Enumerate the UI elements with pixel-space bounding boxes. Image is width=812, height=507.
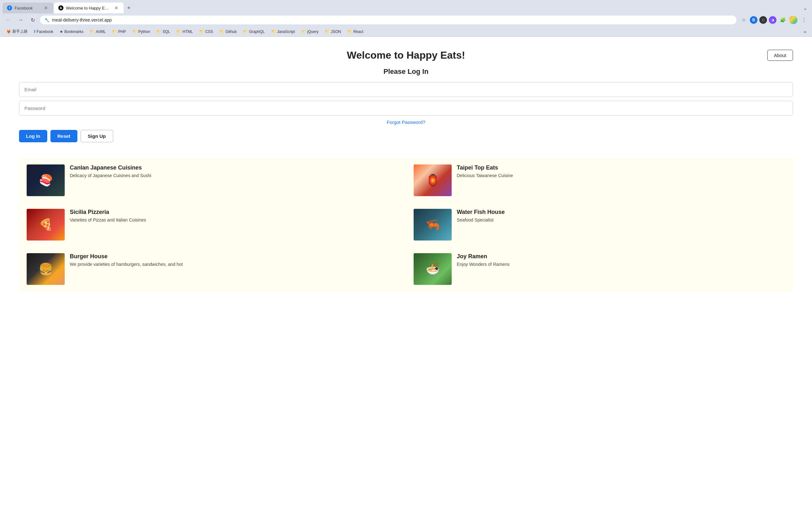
facebook-tab-close[interactable]: ✕ bbox=[43, 5, 49, 11]
folder-icon-python: 📁 bbox=[132, 30, 137, 34]
about-button[interactable]: About bbox=[767, 50, 793, 61]
firefox-icon: 🦊 bbox=[6, 30, 11, 34]
restaurant-card-taipei[interactable]: 🏮 Taipei Top Eats Delicious Taiwanese Cu… bbox=[406, 158, 793, 203]
folder-icon-json: 📁 bbox=[325, 30, 329, 34]
bookmark-jquery[interactable]: 📁 jQuery bbox=[299, 29, 321, 35]
bookmark-python[interactable]: 📁 Python bbox=[130, 29, 153, 35]
signup-button[interactable]: Sign Up bbox=[81, 130, 113, 142]
forgot-password-link[interactable]: Forgot Password? bbox=[19, 119, 793, 125]
restaurant-info-taipei: Taipei Top Eats Delicious Taiwanese Cuis… bbox=[457, 164, 785, 178]
happyeats-tab-favicon: A bbox=[58, 5, 63, 10]
new-tab-button[interactable]: + bbox=[124, 3, 133, 12]
restaurant-image-waterfish: 🦐 bbox=[414, 209, 452, 240]
bookmark-bookmarks[interactable]: ★ Bookmarks bbox=[57, 29, 86, 35]
facebook-tab-title: Facebook bbox=[14, 6, 41, 10]
restaurant-emoji-joyramen: 🍜 bbox=[414, 253, 452, 285]
browser-chrome: f Facebook ✕ A Welcome to Happy Eats! ✕ … bbox=[0, 0, 812, 37]
bookmark-github[interactable]: 📁 Github bbox=[217, 29, 239, 35]
restaurant-desc-taipei: Delicious Taiwanese Cuisine bbox=[457, 173, 785, 178]
restaurant-info-burger: Burger House We provide varieties of ham… bbox=[70, 253, 398, 267]
bookmark-label-css: CSS bbox=[205, 30, 213, 34]
restaurant-card-burger[interactable]: 🍔 Burger House We provide varieties of h… bbox=[19, 247, 406, 291]
restaurant-info-joyramen: Joy Ramen Enjoy Wonders of Ramens bbox=[457, 253, 785, 267]
restaurant-emoji-burger: 🍔 bbox=[27, 253, 65, 285]
more-bookmarks-button[interactable]: » bbox=[802, 28, 808, 35]
restaurant-image-burger: 🍔 bbox=[27, 253, 65, 285]
bookmark-label-bookmarks: Bookmarks bbox=[64, 30, 84, 34]
tab-happyeats[interactable]: A Welcome to Happy Eats! ✕ bbox=[54, 3, 124, 13]
page-title: Welcome to Happy Eats! bbox=[347, 49, 465, 61]
bookmark-label-graphql: GraphQL bbox=[249, 30, 264, 34]
email-input[interactable] bbox=[19, 82, 793, 97]
tab-expand-button[interactable]: ⌄ bbox=[801, 3, 809, 12]
bookmark-sql[interactable]: 📁 SQL bbox=[154, 29, 172, 35]
restaurant-card-canlan[interactable]: 🍣 Canlan Japanese Cuisines Delicacy of J… bbox=[19, 158, 406, 203]
folder-icon-sql: 📁 bbox=[156, 30, 161, 34]
bookmark-graphql[interactable]: 📁 GraphQL bbox=[241, 29, 267, 35]
reset-button[interactable]: Reset bbox=[50, 130, 78, 142]
bookmark-label-github: Github bbox=[225, 30, 237, 34]
bookmark-label-python: Python bbox=[138, 30, 150, 34]
forward-button[interactable]: → bbox=[16, 15, 26, 25]
site-info-icon[interactable]: 🔧 bbox=[44, 18, 49, 22]
bookmark-react[interactable]: 📁 React bbox=[345, 29, 366, 35]
login-subtitle: Please Log In bbox=[19, 67, 793, 76]
restaurant-name-waterfish: Water Fish House bbox=[457, 209, 785, 216]
restaurant-emoji-waterfish: 🦐 bbox=[414, 209, 452, 240]
restaurant-desc-sicilia: Varieties of Pizzas and Italian Cuisines bbox=[70, 217, 398, 222]
restaurant-image-joyramen: 🍜 bbox=[414, 253, 452, 285]
restaurants-grid: 🍣 Canlan Japanese Cuisines Delicacy of J… bbox=[19, 158, 793, 291]
bookmark-php[interactable]: 📁 PHP bbox=[109, 29, 129, 35]
extension-icon-3[interactable]: ◑ bbox=[769, 16, 776, 24]
password-input[interactable] bbox=[19, 101, 793, 116]
bookmark-label-json: JSON bbox=[331, 30, 341, 34]
restaurant-image-sicilia: 🍕 bbox=[27, 209, 65, 240]
bookmarks-bar: 🦊 新手上路 f Facebook ★ Bookmarks 📁 AI/ML 📁 … bbox=[0, 26, 812, 37]
bookmark-label-jquery: jQuery bbox=[307, 30, 318, 34]
reload-button[interactable]: ↻ bbox=[28, 15, 38, 25]
restaurant-info-waterfish: Water Fish House Seafood Specialist bbox=[457, 209, 785, 222]
extension-icon-1[interactable]: B bbox=[750, 16, 757, 24]
restaurant-card-sicilia[interactable]: 🍕 Sicilia Pizzeria Varieties of Pizzas a… bbox=[19, 203, 406, 247]
facebook-icon: f bbox=[34, 29, 35, 34]
browser-icons: ☆ B ⬡ ◑ 🧩 ⋮ bbox=[739, 15, 808, 24]
bookmark-newtab[interactable]: 🦊 新手上路 bbox=[4, 28, 30, 35]
extensions-puzzle-icon[interactable]: 🧩 bbox=[778, 15, 787, 24]
folder-icon-html: 📁 bbox=[176, 30, 181, 34]
folder-icon-css: 📁 bbox=[199, 30, 204, 34]
restaurant-info-sicilia: Sicilia Pizzeria Varieties of Pizzas and… bbox=[70, 209, 398, 222]
folder-icon-github: 📁 bbox=[219, 30, 224, 34]
bookmark-html[interactable]: 📁 HTML bbox=[174, 29, 195, 35]
login-button[interactable]: Log In bbox=[19, 130, 47, 142]
bookmark-json[interactable]: 📁 JSON bbox=[322, 29, 344, 35]
bookmark-css[interactable]: 📁 CSS bbox=[197, 29, 216, 35]
restaurant-desc-waterfish: Seafood Specialist bbox=[457, 217, 785, 222]
omnibar: ← → ↻ 🔧 meal-delivery-three.vercel.app ☆… bbox=[0, 13, 812, 26]
bookmark-label-javascript: JavaScript bbox=[277, 30, 295, 34]
restaurant-image-taipei: 🏮 bbox=[414, 164, 452, 196]
restaurant-info-canlan: Canlan Japanese Cuisines Delicacy of Jap… bbox=[70, 164, 398, 178]
folder-icon-react: 📁 bbox=[347, 30, 352, 34]
profile-avatar-icon[interactable] bbox=[789, 16, 798, 24]
bookmark-star-icon[interactable]: ☆ bbox=[739, 15, 748, 24]
folder-icon-graphql: 📁 bbox=[243, 30, 248, 34]
bookmark-label-html: HTML bbox=[183, 30, 193, 34]
bookmark-label-newtab: 新手上路 bbox=[12, 29, 28, 34]
bookmark-javascript[interactable]: 📁 JavaScript bbox=[269, 29, 298, 35]
restaurant-emoji-taipei: 🏮 bbox=[414, 164, 452, 196]
bookmark-facebook[interactable]: f Facebook bbox=[32, 28, 56, 35]
restaurant-card-joyramen[interactable]: 🍜 Joy Ramen Enjoy Wonders of Ramens bbox=[406, 247, 793, 291]
extension-icon-2[interactable]: ⬡ bbox=[759, 16, 767, 24]
address-bar[interactable]: 🔧 meal-delivery-three.vercel.app bbox=[40, 15, 737, 24]
back-button[interactable]: ← bbox=[4, 15, 13, 25]
bookmark-label-facebook: Facebook bbox=[37, 30, 53, 34]
happyeats-tab-close[interactable]: ✕ bbox=[113, 5, 119, 11]
restaurant-card-waterfish[interactable]: 🦐 Water Fish House Seafood Specialist bbox=[406, 203, 793, 247]
folder-icon-php: 📁 bbox=[112, 30, 117, 34]
bookmark-label-aiml: AI/ML bbox=[96, 30, 106, 34]
happyeats-tab-title: Welcome to Happy Eats! bbox=[66, 6, 111, 10]
menu-icon[interactable]: ⋮ bbox=[799, 15, 808, 24]
restaurant-name-taipei: Taipei Top Eats bbox=[457, 164, 785, 171]
bookmark-aiml[interactable]: 📁 AI/ML bbox=[87, 29, 108, 35]
tab-facebook[interactable]: f Facebook ✕ bbox=[3, 3, 53, 13]
